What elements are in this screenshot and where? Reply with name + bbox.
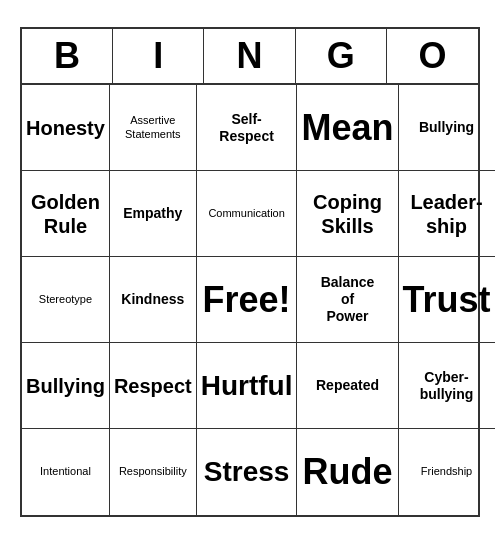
bingo-cell: Stress [197, 429, 298, 515]
bingo-letter: I [113, 29, 204, 83]
cell-text: Free! [203, 278, 291, 321]
bingo-cell: Balance of Power [297, 257, 398, 343]
bingo-cell: Intentional [22, 429, 110, 515]
bingo-cell: Rude [297, 429, 398, 515]
bingo-cell: Communication [197, 171, 298, 257]
bingo-cell: Assertive Statements [110, 85, 197, 171]
cell-text: Respect [114, 374, 192, 398]
bingo-cell: Bullying [22, 343, 110, 429]
bingo-cell: Honesty [22, 85, 110, 171]
bingo-cell: Cyber- bullying [399, 343, 495, 429]
cell-text: Coping Skills [313, 190, 382, 238]
cell-text: Kindness [121, 291, 184, 308]
bingo-cell: Empathy [110, 171, 197, 257]
bingo-card: BINGO HonestyAssertive StatementsSelf- R… [20, 27, 480, 517]
bingo-grid: HonestyAssertive StatementsSelf- Respect… [22, 85, 478, 515]
cell-text: Responsibility [119, 465, 187, 478]
cell-text: Hurtful [201, 369, 293, 403]
cell-text: Leader- ship [410, 190, 482, 238]
bingo-cell: Hurtful [197, 343, 298, 429]
cell-text: Honesty [26, 116, 105, 140]
bingo-cell: Mean [297, 85, 398, 171]
cell-text: Stereotype [39, 293, 92, 306]
bingo-cell: Respect [110, 343, 197, 429]
cell-text: Self- Respect [219, 111, 273, 145]
bingo-header: BINGO [22, 29, 478, 85]
bingo-cell: Bullying [399, 85, 495, 171]
cell-text: Bullying [26, 374, 105, 398]
cell-text: Cyber- bullying [420, 369, 474, 403]
bingo-letter: O [387, 29, 478, 83]
cell-text: Repeated [316, 377, 379, 394]
bingo-letter: G [296, 29, 387, 83]
bingo-cell: Trust [399, 257, 495, 343]
bingo-cell: Self- Respect [197, 85, 298, 171]
bingo-cell: Kindness [110, 257, 197, 343]
bingo-cell: Responsibility [110, 429, 197, 515]
bingo-letter: B [22, 29, 113, 83]
bingo-letter: N [204, 29, 295, 83]
cell-text: Golden Rule [31, 190, 100, 238]
cell-text: Mean [301, 106, 393, 149]
cell-text: Trust [403, 278, 491, 321]
bingo-cell: Repeated [297, 343, 398, 429]
bingo-cell: Friendship [399, 429, 495, 515]
cell-text: Friendship [421, 465, 472, 478]
bingo-cell: Leader- ship [399, 171, 495, 257]
cell-text: Balance of Power [321, 274, 375, 324]
cell-text: Communication [208, 207, 284, 220]
cell-text: Intentional [40, 465, 91, 478]
cell-text: Assertive Statements [125, 114, 181, 140]
bingo-cell: Coping Skills [297, 171, 398, 257]
cell-text: Stress [204, 455, 290, 489]
bingo-cell: Golden Rule [22, 171, 110, 257]
cell-text: Rude [303, 450, 393, 493]
cell-text: Bullying [419, 119, 474, 136]
bingo-cell: Stereotype [22, 257, 110, 343]
bingo-cell: Free! [197, 257, 298, 343]
cell-text: Empathy [123, 205, 182, 222]
